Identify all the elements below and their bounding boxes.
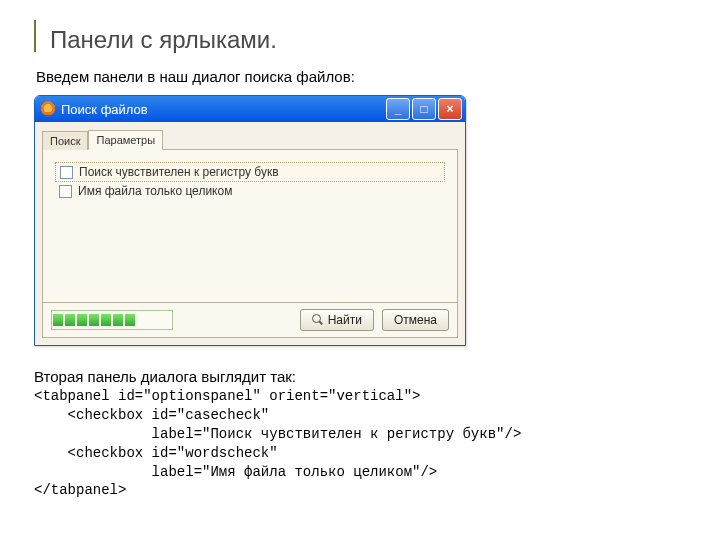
tabs: Поиск Параметры bbox=[42, 126, 458, 149]
checkbox-casecheck-row[interactable]: Поиск чувствителен к регистру букв bbox=[55, 162, 445, 182]
checkbox-wordscheck-label: Имя файла только целиком bbox=[78, 184, 232, 198]
tab-pane-parameters: Поиск чувствителен к регистру букв Имя ф… bbox=[42, 149, 458, 303]
checkbox-icon[interactable] bbox=[59, 185, 72, 198]
tab-search[interactable]: Поиск bbox=[42, 131, 88, 150]
window-footer: Найти Отмена bbox=[42, 303, 458, 338]
checkbox-casecheck-label: Поиск чувствителен к регистру букв bbox=[79, 165, 279, 179]
accent-rule bbox=[34, 20, 36, 52]
close-button[interactable]: × bbox=[438, 98, 462, 120]
tab-parameters[interactable]: Параметры bbox=[88, 130, 163, 150]
maximize-button[interactable]: □ bbox=[412, 98, 436, 120]
code-intro: Вторая панель диалога выглядит так: bbox=[34, 368, 686, 385]
titlebar[interactable]: Поиск файлов _ □ × bbox=[35, 96, 465, 122]
cancel-button[interactable]: Отмена bbox=[382, 309, 449, 331]
firefox-icon bbox=[40, 101, 56, 117]
window-title: Поиск файлов bbox=[61, 102, 386, 117]
checkbox-wordscheck-row[interactable]: Имя файла только целиком bbox=[55, 182, 445, 200]
page-title: Панели с ярлыками. bbox=[50, 26, 686, 54]
window-controls: _ □ × bbox=[386, 98, 462, 120]
window-client: Поиск Параметры Поиск чувствителен к рег… bbox=[35, 122, 465, 345]
cancel-button-label: Отмена bbox=[394, 313, 437, 327]
find-button-label: Найти bbox=[328, 313, 362, 327]
find-button[interactable]: Найти bbox=[300, 309, 374, 331]
search-icon bbox=[312, 314, 324, 326]
progress-bar bbox=[51, 310, 173, 330]
minimize-button[interactable]: _ bbox=[386, 98, 410, 120]
window: Поиск файлов _ □ × Поиск Параметры Поиск… bbox=[34, 95, 466, 346]
checkbox-icon[interactable] bbox=[60, 166, 73, 179]
intro-text: Введем панели в наш диалог поиска файлов… bbox=[36, 68, 686, 85]
code-block: <tabpanel id="optionspanel" orient="vert… bbox=[34, 387, 686, 500]
